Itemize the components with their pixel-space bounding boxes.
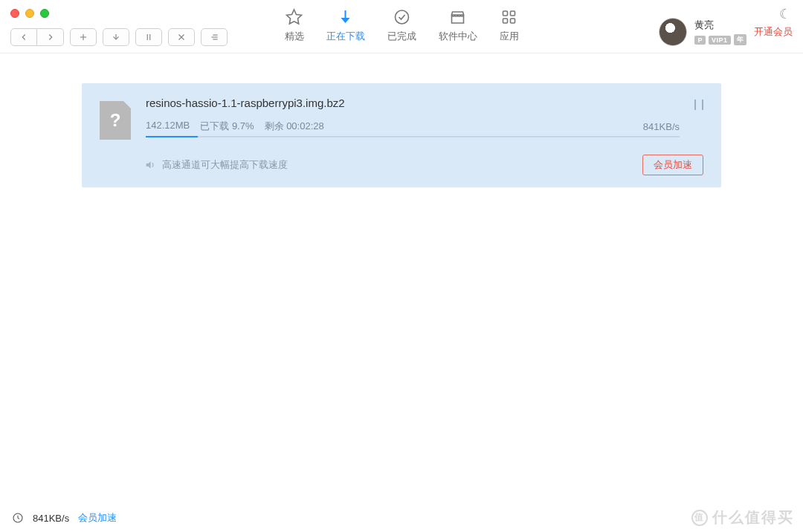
accelerate-button[interactable]: 会员加速 bbox=[642, 155, 703, 175]
window-controls[interactable] bbox=[10, 9, 49, 18]
start-button[interactable] bbox=[103, 28, 129, 46]
username: 黄亮 bbox=[694, 19, 746, 32]
close-window-icon[interactable] bbox=[10, 9, 19, 18]
promo-text: 高速通道可大幅提高下载速度 bbox=[162, 158, 288, 172]
tab-downloading[interactable]: 正在下载 bbox=[326, 7, 365, 43]
watermark: 值 什么值得买 bbox=[691, 507, 794, 528]
svg-point-11 bbox=[395, 10, 408, 24]
progress-bar bbox=[146, 136, 680, 137]
nav-back-button[interactable] bbox=[10, 28, 37, 46]
avatar[interactable] bbox=[659, 18, 687, 46]
nav-forward-button[interactable] bbox=[37, 28, 64, 46]
tab-label: 精选 bbox=[285, 30, 304, 43]
download-filename: resinos-hassio-1.1-raspberrypi3.img.bz2 bbox=[146, 97, 680, 109]
tab-completed[interactable]: 已完成 bbox=[387, 7, 416, 43]
list-button[interactable] bbox=[201, 28, 228, 46]
download-speed: 841KB/s bbox=[643, 121, 680, 132]
apps-grid-icon bbox=[500, 7, 519, 27]
open-vip-link[interactable]: 开通会员 bbox=[754, 25, 793, 39]
svg-marker-10 bbox=[287, 10, 302, 24]
star-icon bbox=[285, 7, 304, 27]
store-icon bbox=[448, 7, 468, 27]
footer-accelerate-link[interactable]: 会员加速 bbox=[78, 511, 117, 525]
pause-button[interactable] bbox=[135, 28, 162, 46]
pause-download-button[interactable] bbox=[694, 97, 703, 110]
svg-rect-13 bbox=[511, 11, 515, 16]
svg-rect-12 bbox=[503, 11, 508, 16]
clock-icon bbox=[12, 512, 24, 524]
check-circle-icon bbox=[392, 7, 411, 27]
footer-speed: 841KB/s bbox=[33, 513, 69, 524]
speaker-icon bbox=[144, 159, 156, 171]
svg-rect-15 bbox=[511, 19, 515, 23]
tab-label: 应用 bbox=[500, 30, 519, 43]
download-size: 142.12MB bbox=[146, 120, 190, 133]
svg-rect-14 bbox=[503, 19, 508, 23]
tab-featured[interactable]: 精选 bbox=[285, 7, 304, 43]
badge-year: 年 bbox=[734, 34, 747, 45]
tab-label: 软件中心 bbox=[439, 30, 477, 43]
maximize-window-icon[interactable] bbox=[40, 9, 49, 18]
delete-button[interactable] bbox=[168, 28, 195, 46]
badge-p: P bbox=[694, 36, 706, 45]
file-unknown-icon: ? bbox=[100, 101, 131, 140]
tab-label: 正在下载 bbox=[326, 30, 365, 43]
tab-software[interactable]: 软件中心 bbox=[439, 7, 477, 43]
tab-apps[interactable]: 应用 bbox=[500, 7, 519, 43]
tab-label: 已完成 bbox=[387, 30, 416, 43]
download-arrow-icon bbox=[336, 7, 355, 27]
minimize-window-icon[interactable] bbox=[25, 9, 34, 18]
download-remaining: 剩余 00:02:28 bbox=[265, 120, 324, 133]
add-button[interactable] bbox=[70, 28, 97, 46]
badge-vip: VIP1 bbox=[709, 36, 731, 45]
download-card[interactable]: ? resinos-hassio-1.1-raspberrypi3.img.bz… bbox=[82, 83, 721, 187]
download-progress: 已下载 9.7% bbox=[200, 120, 254, 133]
